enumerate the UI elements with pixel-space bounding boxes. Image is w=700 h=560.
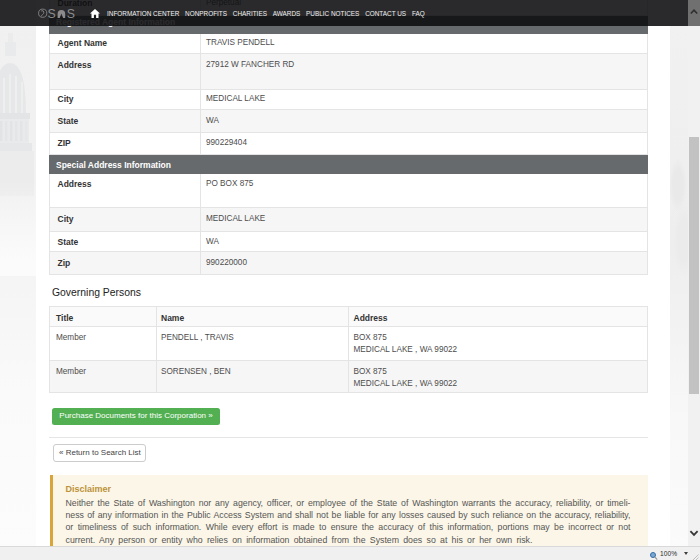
svg-text:S: S <box>48 7 56 21</box>
svg-text:S: S <box>67 7 75 21</box>
